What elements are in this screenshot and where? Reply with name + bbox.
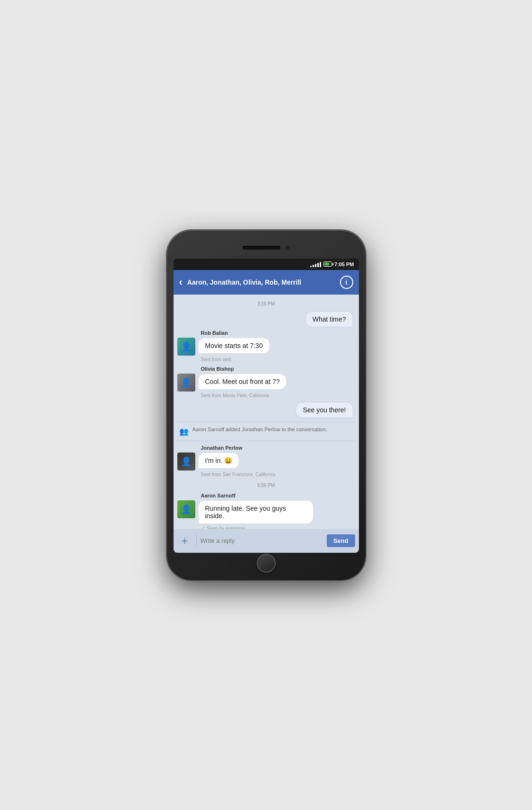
add-person-icon: 👥 <box>179 427 189 437</box>
screen: 7:05 PM ‹ Aaron, Jonathan, Olivia, Rob, … <box>174 259 359 553</box>
signal-bar-3 <box>315 264 316 267</box>
add-button[interactable]: + <box>177 533 192 549</box>
sent-from-olivia: Sent from Menlo Park, California <box>201 393 355 398</box>
message-row-right-2: See you there! <box>177 402 355 418</box>
timestamp-1: 3:15 PM <box>177 301 355 306</box>
message-bubble-rob: Movie starts at 7:30 <box>198 338 270 354</box>
info-button[interactable]: i <box>340 276 353 289</box>
sender-name-olivia: Olivia Bishop <box>201 366 355 372</box>
message-row-right-1: What time? <box>177 311 355 327</box>
status-bar: 7:05 PM <box>174 259 359 270</box>
speaker-grille <box>243 246 280 250</box>
chat-title: Aaron, Jonathan, Olivia, Rob, Merrill <box>187 279 340 286</box>
phone-top-bar <box>174 239 359 257</box>
reply-input[interactable] <box>201 537 323 544</box>
avatar-olivia: 👤 <box>177 374 195 392</box>
chat-body: 3:15 PM What time? Rob Balian 👤 Movie st… <box>174 295 359 529</box>
message-bubble-jonathan: I'm in. 😀 <box>198 453 240 469</box>
message-group-jonathan: Jonathan Perlow 👤 I'm in. 😀 Sent from Sa… <box>177 445 355 477</box>
battery-icon <box>323 261 332 267</box>
message-bubble-2: See you there! <box>296 402 353 418</box>
signal-bar-4 <box>317 263 319 267</box>
chat-input-bar: + Send <box>174 529 359 553</box>
sent-from-jonathan: Sent from San Francisco, California <box>201 472 355 477</box>
avatar-aaron: 👤 <box>177 500 195 518</box>
seen-row: ✓ Seen by everyone. <box>201 525 355 529</box>
system-message-text: Aaron Sarnoff added Jonathan Perlow to t… <box>192 426 327 433</box>
send-button[interactable]: Send <box>327 534 355 547</box>
system-message: 👥 Aaron Sarnoff added Jonathan Perlow to… <box>177 422 355 441</box>
sender-name-rob: Rob Balian <box>201 330 355 336</box>
seen-check-icon: ✓ <box>201 525 205 529</box>
message-bubble-aaron: Running late. See you guys inside. <box>198 500 314 524</box>
sender-name-aaron: Aaron Sarnoff <box>201 493 355 498</box>
message-row-olivia: 👤 Cool. Meet out front at 7? <box>177 374 355 392</box>
sender-name-jonathan: Jonathan Perlow <box>201 445 355 451</box>
message-group-aaron: Aaron Sarnoff 👤 Running late. See you gu… <box>177 493 355 529</box>
message-bubble-olivia: Cool. Meet out front at 7? <box>198 374 287 390</box>
message-group-rob: Rob Balian 👤 Movie starts at 7:30 Sent f… <box>177 330 355 362</box>
chat-header: ‹ Aaron, Jonathan, Olivia, Rob, Merrill … <box>174 270 359 295</box>
phone-bottom <box>174 555 359 572</box>
signal-bars <box>310 261 321 267</box>
seen-text: Seen by everyone. <box>207 526 246 529</box>
front-camera <box>285 245 290 250</box>
timestamp-2: 6:56 PM <box>177 483 355 488</box>
signal-bar-5 <box>320 262 321 267</box>
battery-fill <box>324 262 330 266</box>
status-time: 7:05 PM <box>334 261 354 267</box>
avatar-rob: 👤 <box>177 338 195 356</box>
message-row-jonathan: 👤 I'm in. 😀 <box>177 453 355 470</box>
message-row-aaron: 👤 Running late. See you guys inside. <box>177 500 355 524</box>
phone-device: 7:05 PM ‹ Aaron, Jonathan, Olivia, Rob, … <box>167 230 366 580</box>
signal-bar-2 <box>313 265 314 267</box>
home-button[interactable] <box>257 554 276 573</box>
message-group-olivia: Olivia Bishop 👤 Cool. Meet out front at … <box>177 366 355 398</box>
avatar-jonathan: 👤 <box>177 453 195 470</box>
input-divider <box>196 534 197 548</box>
signal-bar-1 <box>310 266 312 267</box>
back-button[interactable]: ‹ <box>179 277 183 287</box>
message-bubble-1: What time? <box>305 311 353 327</box>
sent-from-rob: Sent from web <box>201 357 355 362</box>
message-row-rob: 👤 Movie starts at 7:30 <box>177 338 355 356</box>
